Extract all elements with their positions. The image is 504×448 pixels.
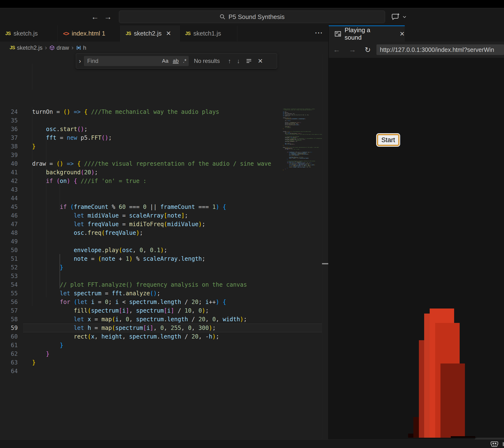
line-number: 43 [0, 185, 18, 194]
editor-scrollbar[interactable] [322, 54, 329, 439]
code-line-37: 37 fft = new p5.FFT(); [0, 134, 329, 142]
browser-reload-button[interactable]: ↻ [360, 46, 375, 54]
vscode-window: ← → P5 Sound Synthesis JSsketch.js<>inde… [0, 0, 504, 448]
line-number: 61 [0, 341, 18, 350]
code-line-50: 50 envelope.play(osc, 0, 0.1); [0, 246, 329, 254]
editor-tab-index-html-1[interactable]: <>index.html 1 [58, 25, 120, 41]
tab-close-icon[interactable]: ✕ [164, 30, 171, 37]
search-icon [219, 14, 226, 20]
tab-label: sketch2.js [134, 30, 162, 37]
code-line-43: 43 [0, 185, 329, 194]
find-input[interactable]: Find Aa ab .* [84, 56, 189, 66]
tab-label: index.html 1 [72, 30, 105, 37]
add-element-button[interactable]: Add elem [474, 438, 504, 439]
command-center-search[interactable]: P5 Sound Synthesis [119, 11, 385, 23]
line-number: 41 [0, 168, 18, 177]
javascript-file-icon: JS [185, 31, 190, 36]
line-number: 62 [0, 350, 18, 358]
javascript-file-icon: JS [5, 31, 11, 36]
start-button[interactable]: Start [377, 134, 399, 146]
breadcrumb-item-sketch2-js[interactable]: JSsketch2.js [10, 44, 42, 51]
code-line-64: 64 [0, 367, 329, 375]
line-number: 57 [0, 306, 18, 315]
code-line-63: 63} [0, 358, 329, 367]
find-previous-button[interactable]: ↑ [225, 57, 234, 65]
history-back-button[interactable]: ← [91, 8, 99, 26]
line-number: 35 [0, 116, 18, 125]
code-line-44: 44 [0, 194, 329, 203]
symbol-method-icon [49, 45, 55, 50]
line-number: 56 [0, 298, 18, 306]
panel-tab-playing-a-sound[interactable]: Playing a sound ✕ [329, 25, 405, 41]
panel-tab-title: Playing a sound [344, 26, 387, 41]
code-line-45: 45 if (frameCount % 60 === 0 || frameCou… [0, 203, 329, 211]
minimap[interactable]: //#description: Synthesize sound and pla… [283, 109, 322, 178]
breadcrumb: JSsketch2.js›draw›h [0, 41, 329, 54]
line-number: 51 [0, 254, 18, 263]
code-line-56: 56 for (let i = 0; i < spectrum.length /… [0, 298, 329, 306]
panel-tab-close-icon[interactable]: ✕ [398, 30, 405, 38]
tab-label: sketch.js [13, 30, 38, 37]
browser-back-button[interactable]: ← [329, 46, 344, 54]
tab-bar-more-actions[interactable]: ⋯ [312, 25, 326, 41]
line-number: 64 [0, 367, 18, 375]
panel-tab-bar: Playing a sound ✕ [329, 25, 504, 41]
indent-guide [32, 64, 32, 90]
code-line-48: 48 osc.freq(freqValue); [0, 229, 329, 237]
chevron-down-icon [402, 15, 407, 19]
line-number: 37 [0, 134, 18, 142]
browser-toolbar: ← → ↻ http://127.0.0.1:3000/index.html?s… [329, 41, 504, 58]
editor-tab-sketch2-js[interactable]: JSsketch2.js✕ [120, 25, 180, 41]
line-number: 59 [0, 324, 18, 332]
copilot-status-button[interactable] [491, 441, 498, 447]
history-forward-button[interactable]: → [104, 8, 112, 26]
status-item-partial [503, 442, 504, 446]
line-number: 44 [0, 194, 18, 203]
status-bar [0, 439, 504, 448]
editor-tab-sketch-js[interactable]: JSsketch.js [0, 25, 58, 41]
line-number: 50 [0, 246, 18, 254]
code-line-41: 41 background(20); [0, 168, 329, 177]
regex-button[interactable]: .* [181, 58, 189, 64]
code-line-38: 38} [0, 142, 329, 151]
editor-tab-bar: JSsketch.js<>index.html 1JSsketch2.js✕JS… [0, 25, 329, 41]
line-number: 39 [0, 151, 18, 159]
match-case-button[interactable]: Aa [160, 58, 171, 64]
code-line-39: 39 [0, 151, 329, 159]
code-editor[interactable]: 24turnOn = () => { ///The mechanical way… [0, 54, 329, 439]
line-number: 47 [0, 220, 18, 229]
find-toggle-replace-button[interactable]: › [76, 57, 84, 65]
code-line-35: 35 [0, 116, 329, 125]
html-file-icon: <> [63, 30, 69, 37]
find-in-selection-button[interactable] [243, 58, 255, 64]
copilot-chat-icon [391, 12, 400, 21]
browser-forward-button[interactable]: → [344, 46, 360, 54]
line-number: 46 [0, 211, 18, 220]
breadcrumb-separator: › [72, 44, 74, 51]
find-next-button[interactable]: ↓ [234, 57, 243, 65]
find-results-label: No results [189, 58, 225, 64]
code-line-62: 62 } [0, 350, 329, 358]
line-number: 36 [0, 125, 18, 134]
overview-ruler-cursor-marker [322, 263, 328, 264]
line-number: 55 [0, 289, 18, 298]
url-input[interactable]: http://127.0.0.1:3000/index.html?serverW… [377, 44, 504, 55]
code-line-51: 51 note = (note + 1) % scaleArray.length… [0, 254, 329, 263]
copilot-chat-button[interactable] [391, 12, 407, 21]
line-number: 49 [0, 237, 18, 246]
simple-browser-panel: Playing a sound ✕ ← → ↻ http://127.0.0.1… [329, 25, 504, 439]
webview-canvas: Start Add elem [329, 58, 504, 439]
whole-word-button[interactable]: ab [171, 58, 181, 64]
breadcrumb-item-h[interactable]: h [76, 44, 86, 51]
find-close-button[interactable]: ✕ [255, 57, 266, 65]
code-line-36: 36 osc.start(); [0, 125, 329, 134]
minimap-line [283, 171, 322, 171]
find-placeholder: Find [84, 58, 160, 64]
editor-tab-sketch1-js[interactable]: JSsketch1.js [180, 25, 237, 41]
code-line-55: 55 let spectrum = fft.analyze(); [0, 289, 329, 298]
code-line-40: 40draw = () => { ////the visual represen… [0, 159, 329, 168]
breadcrumb-item-draw[interactable]: draw [49, 44, 69, 51]
breadcrumb-label: h [83, 44, 86, 51]
copilot-icon [491, 441, 498, 447]
line-number: 63 [0, 358, 18, 367]
